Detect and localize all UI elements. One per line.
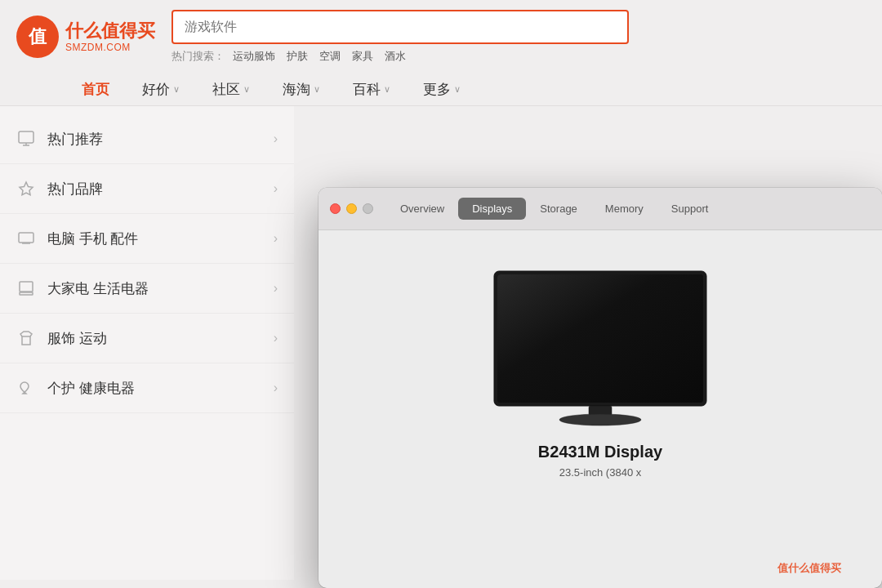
hot-item-2[interactable]: 护肤 <box>287 49 308 64</box>
sidebar-arrow-6: › <box>274 381 278 395</box>
tab-memory[interactable]: Memory <box>591 198 657 220</box>
close-button[interactable] <box>330 203 341 214</box>
electronics-icon <box>16 229 36 248</box>
sidebar-item-electronics[interactable]: 电脑 手机 配件 › <box>0 214 294 264</box>
svg-rect-4 <box>20 292 33 295</box>
logo-icon: 值 <box>16 16 59 58</box>
hot-search: 热门搜索： 运动服饰 护肤 空调 家具 酒水 <box>172 49 629 64</box>
nav-item-home[interactable]: 首页 <box>82 80 109 99</box>
svg-point-9 <box>559 414 641 425</box>
sidebar-item-brands-label: 热门品牌 <box>47 180 274 198</box>
health-icon <box>16 378 36 398</box>
macos-content: B2431M Display 23.5-inch (3840 x <box>318 230 882 503</box>
tab-overview[interactable]: Overview <box>386 198 458 220</box>
sidebar-item-electronics-label: 电脑 手机 配件 <box>47 229 274 248</box>
sidebar-arrow-2: › <box>274 181 278 196</box>
nav-item-baike[interactable]: 百科 ∨ <box>353 80 390 99</box>
nav-item-more[interactable]: 更多 ∨ <box>423 80 461 99</box>
macos-titlebar: Overview Displays Storage Memory Support <box>318 188 882 230</box>
sidebar-item-recommended[interactable]: 热门推荐 › <box>0 114 294 164</box>
tab-displays[interactable]: Displays <box>458 198 526 220</box>
search-area: 热门搜索： 运动服饰 护肤 空调 家具 酒水 <box>172 10 629 64</box>
appliances-icon <box>16 278 36 298</box>
smzdm-header: 值 什么值得买 SMZDM.COM 热门搜索： 运动服饰 护肤 空调 家具 酒水 <box>0 0 882 74</box>
search-input[interactable] <box>172 10 629 44</box>
sidebar-item-appliances-label: 大家电 生活电器 <box>47 279 274 298</box>
maximize-button[interactable] <box>363 203 373 214</box>
sidebar-item-appliances[interactable]: 大家电 生活电器 › <box>0 264 294 314</box>
logo-cn: 什么值得买 <box>65 20 155 42</box>
sidebar-item-recommended-label: 热门推荐 <box>47 130 274 149</box>
brands-icon <box>16 179 36 198</box>
sidebar-item-brands[interactable]: 热门品牌 › <box>0 164 294 214</box>
svg-rect-0 <box>19 131 33 143</box>
smzdm-nav: 首页 好价 ∨ 社区 ∨ 海淘 ∨ 百科 ∨ 更多 ∨ <box>0 74 882 106</box>
hot-item-5[interactable]: 酒水 <box>385 49 406 64</box>
sidebar-item-health-label: 个护 健康电器 <box>47 379 274 398</box>
macos-tabs: Overview Displays Storage Memory Support <box>386 198 871 220</box>
sidebar-arrow-4: › <box>274 281 278 296</box>
hot-item-3[interactable]: 空调 <box>319 49 341 64</box>
logo-text: 什么值得买 SMZDM.COM <box>65 20 155 54</box>
hot-item-1[interactable]: 运动服饰 <box>233 49 275 64</box>
watermark: 值什么值得买 <box>777 561 841 576</box>
svg-rect-7 <box>497 274 703 403</box>
hot-item-4[interactable]: 家具 <box>352 49 373 64</box>
svg-rect-1 <box>19 233 33 243</box>
nav-item-community[interactable]: 社区 ∨ <box>212 80 250 99</box>
nav-item-haojia[interactable]: 好价 ∨ <box>142 80 180 99</box>
sidebar-arrow-3: › <box>274 231 278 246</box>
smzdm-logo[interactable]: 值 什么值得买 SMZDM.COM <box>16 16 155 58</box>
traffic-lights <box>330 203 373 214</box>
tab-storage[interactable]: Storage <box>526 198 591 220</box>
hot-search-items: 运动服饰 护肤 空调 家具 酒水 <box>233 49 406 64</box>
tab-support[interactable]: Support <box>657 198 723 220</box>
macos-window: Overview Displays Storage Memory Support <box>318 188 882 588</box>
logo-en: SMZDM.COM <box>65 42 155 53</box>
monitor-display <box>478 263 723 426</box>
sidebar-arrow-5: › <box>274 331 278 345</box>
sidebar-item-fashion[interactable]: 服饰 运动 › <box>0 314 294 363</box>
sidebar-arrow-1: › <box>274 131 278 146</box>
product-info: B2431M Display 23.5-inch (3840 x <box>538 443 662 479</box>
svg-rect-3 <box>20 282 33 292</box>
product-name: B2431M Display <box>538 443 662 461</box>
minimize-button[interactable] <box>346 203 357 214</box>
fashion-icon <box>16 328 36 348</box>
product-spec: 23.5-inch (3840 x <box>538 466 662 479</box>
nav-item-haitao[interactable]: 海淘 ∨ <box>283 80 320 99</box>
sidebar-item-health[interactable]: 个护 健康电器 › <box>0 363 294 413</box>
sidebar-item-fashion-label: 服饰 运动 <box>47 329 274 348</box>
smzdm-sidebar: 热门推荐 › 热门品牌 › 电脑 手机 <box>0 106 294 580</box>
recommended-icon <box>16 129 36 149</box>
hot-search-label: 热门搜索： <box>172 49 225 64</box>
